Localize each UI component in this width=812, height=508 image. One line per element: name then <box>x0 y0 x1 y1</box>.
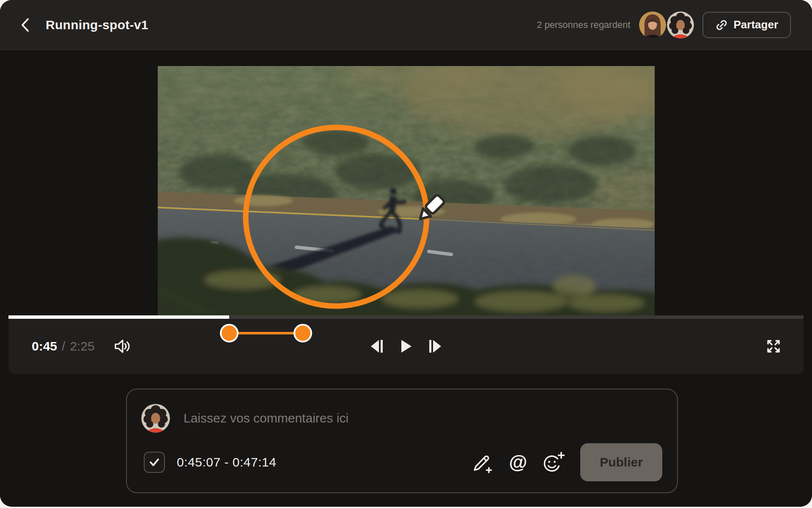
viewer-avatar-stack <box>639 11 694 39</box>
top-bar: Running-spot-v1 2 personnes regardent <box>0 0 812 50</box>
next-frame-button[interactable] <box>428 339 443 353</box>
composer-avatar <box>141 404 170 433</box>
share-button[interactable]: Partager <box>702 12 791 38</box>
prev-frame-icon <box>369 339 384 353</box>
current-time: 0:45 <box>32 339 57 353</box>
play-button[interactable] <box>400 340 412 353</box>
publish-button[interactable]: Publier <box>580 443 662 481</box>
comment-time-range: 0:45:07 - 0:47:14 <box>177 455 276 469</box>
annotation-ellipse <box>240 121 433 312</box>
player-controls-row: 0:45 / 2:25 <box>8 319 804 374</box>
viewer-avatar-2[interactable] <box>667 11 694 39</box>
chevron-left-icon <box>20 18 30 32</box>
time-separator: / <box>62 339 65 353</box>
annotate-button[interactable] <box>471 451 494 474</box>
pencil-cursor-icon <box>417 194 445 223</box>
mention-button[interactable]: @ <box>507 451 529 474</box>
comment-input[interactable] <box>183 411 660 426</box>
composer-input-row <box>141 402 660 434</box>
stage: 0:45 / 2:25 <box>0 50 812 507</box>
video-player[interactable] <box>158 66 655 315</box>
annotation-layer <box>158 66 655 315</box>
share-button-label: Partager <box>734 18 779 31</box>
time-display: 0:45 / 2:25 <box>32 339 95 353</box>
player-controls-bar: 0:45 / 2:25 <box>8 315 804 374</box>
viewers-label: 2 personnes regardent <box>537 19 630 30</box>
checkmark-icon <box>148 456 160 468</box>
avatar-image <box>639 11 666 39</box>
progress-played <box>8 315 229 319</box>
avatar-image <box>141 404 170 433</box>
header-right: 2 personnes regardent <box>537 11 791 39</box>
fullscreen-button[interactable] <box>765 338 782 354</box>
expand-arrows-icon <box>765 338 782 354</box>
next-frame-icon <box>428 339 443 353</box>
viewer-avatar-1[interactable] <box>639 11 666 39</box>
at-sign-icon: @ <box>509 453 527 472</box>
emoji-button[interactable] <box>542 451 565 474</box>
composer-tools: @ <box>471 451 565 474</box>
timestamp-checkbox[interactable] <box>144 452 165 473</box>
speaker-waves-icon <box>113 339 133 354</box>
play-icon <box>400 340 412 353</box>
pencil-plus-icon <box>472 451 494 473</box>
progress-bar[interactable] <box>8 315 804 319</box>
duration: 2:25 <box>70 339 94 353</box>
volume-button[interactable] <box>113 339 133 354</box>
video-title: Running-spot-v1 <box>46 18 148 32</box>
composer-actions-row: 0:45:07 - 0:47:14 @ <box>144 449 662 476</box>
emoji-plus-icon <box>542 451 565 473</box>
app-window: Running-spot-v1 2 personnes regardent <box>0 0 812 507</box>
comment-composer: 0:45:07 - 0:47:14 @ <box>126 389 678 493</box>
transport-controls <box>369 339 443 353</box>
link-icon <box>715 19 728 31</box>
avatar-image <box>667 11 694 39</box>
back-button[interactable] <box>15 15 35 35</box>
previous-frame-button[interactable] <box>369 339 384 353</box>
